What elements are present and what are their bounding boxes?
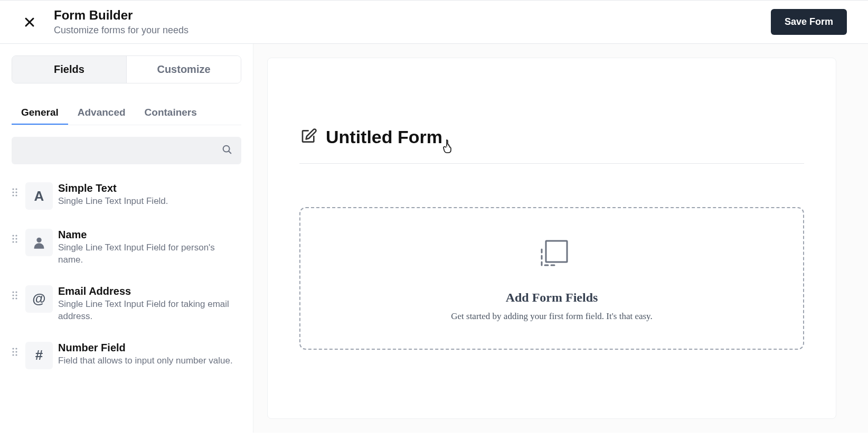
dropzone-title: Add Form Fields (506, 291, 598, 305)
svg-point-7 (15, 191, 17, 193)
svg-point-15 (15, 241, 17, 242)
field-desc: Single Line Text Input Field for taking … (58, 298, 241, 323)
close-icon (23, 16, 36, 29)
field-desc: Single Line Text Input Field. (58, 195, 168, 208)
field-text: Name Single Line Text Input Field for pe… (58, 229, 241, 266)
field-list: A Simple Text Single Line Text Input Fie… (12, 176, 241, 433)
field-title: Email Address (58, 285, 241, 297)
svg-rect-29 (546, 241, 567, 262)
svg-point-27 (12, 354, 14, 356)
title-block: Form Builder Customize forms for your ne… (54, 8, 188, 36)
topbar: Form Builder Customize forms for your ne… (0, 0, 868, 44)
cursor-pointer-icon (442, 138, 455, 155)
svg-point-11 (15, 235, 17, 236)
canvas: Untitled Form Add Form Fields Get starte… (253, 44, 868, 433)
field-title: Name (58, 229, 241, 241)
svg-point-25 (12, 351, 14, 352)
main-area: Fields Customize General Advanced Contai… (0, 44, 868, 433)
sidebar-main-tabs: Fields Customize (12, 55, 241, 83)
dropzone-desc: Get started by adding your first form fi… (451, 311, 653, 322)
svg-point-18 (15, 291, 17, 293)
svg-point-17 (12, 291, 14, 293)
svg-point-28 (15, 354, 17, 356)
svg-point-6 (12, 191, 14, 193)
search-wrap (12, 137, 241, 164)
field-title: Number Field (58, 342, 233, 354)
field-text: Simple Text Single Line Text Input Field… (58, 182, 168, 208)
at-icon: @ (25, 285, 53, 313)
field-item-email[interactable]: @ Email Address Single Line Text Input F… (12, 279, 241, 335)
topbar-left: Form Builder Customize forms for your ne… (21, 8, 188, 36)
field-item-number[interactable]: # Number Field Field that allows to inpu… (12, 335, 241, 382)
svg-point-13 (15, 238, 17, 239)
edit-icon (300, 128, 317, 147)
tab-fields[interactable]: Fields (12, 56, 126, 83)
svg-point-20 (15, 294, 17, 296)
svg-point-23 (12, 348, 14, 349)
svg-point-4 (12, 188, 14, 190)
form-title[interactable]: Untitled Form (326, 127, 442, 147)
svg-point-22 (15, 297, 17, 299)
sidebar-subtabs: General Advanced Containers (12, 101, 241, 125)
dropzone-copy-icon (531, 236, 572, 279)
user-icon (25, 229, 53, 256)
svg-point-12 (12, 238, 14, 239)
canvas-card: Untitled Form Add Form Fields Get starte… (267, 58, 836, 419)
field-item-simple-text[interactable]: A Simple Text Single Line Text Input Fie… (12, 176, 241, 222)
tab-customize[interactable]: Customize (126, 56, 241, 83)
svg-point-14 (12, 241, 14, 242)
field-desc: Single Line Text Input Field for person'… (58, 242, 241, 266)
drag-handle-icon[interactable] (12, 229, 20, 244)
sidebar: Fields Customize General Advanced Contai… (0, 44, 253, 433)
text-icon: A (25, 182, 53, 210)
field-title: Simple Text (58, 182, 168, 194)
title-underline (299, 163, 804, 164)
page-subtitle: Customize forms for your needs (54, 25, 188, 36)
drag-handle-icon[interactable] (12, 342, 20, 357)
search-input[interactable] (12, 137, 241, 164)
svg-point-21 (12, 297, 14, 299)
svg-point-19 (12, 294, 14, 296)
subtab-containers[interactable]: Containers (135, 101, 206, 125)
svg-point-26 (15, 351, 17, 352)
svg-point-8 (12, 194, 14, 196)
svg-point-24 (15, 348, 17, 349)
save-form-button[interactable]: Save Form (771, 9, 847, 35)
field-item-name[interactable]: Name Single Line Text Input Field for pe… (12, 222, 241, 279)
subtabs-divider (12, 125, 241, 125)
subtab-advanced[interactable]: Advanced (68, 101, 135, 125)
svg-point-10 (12, 235, 14, 236)
search-icon (221, 144, 233, 157)
dropzone[interactable]: Add Form Fields Get started by adding yo… (299, 207, 804, 350)
close-button[interactable] (21, 14, 38, 31)
field-desc: Field that allows to input only number v… (58, 355, 233, 367)
svg-line-3 (229, 151, 231, 153)
svg-point-9 (15, 194, 17, 196)
form-title-row[interactable]: Untitled Form (300, 127, 804, 147)
drag-handle-icon[interactable] (12, 285, 20, 300)
field-text: Number Field Field that allows to input … (58, 342, 233, 367)
subtab-general[interactable]: General (12, 101, 68, 125)
field-text: Email Address Single Line Text Input Fie… (58, 285, 241, 323)
svg-point-16 (36, 238, 41, 242)
drag-handle-icon[interactable] (12, 182, 20, 197)
hash-icon: # (25, 342, 53, 369)
page-title: Form Builder (54, 8, 188, 23)
svg-point-5 (15, 188, 17, 190)
